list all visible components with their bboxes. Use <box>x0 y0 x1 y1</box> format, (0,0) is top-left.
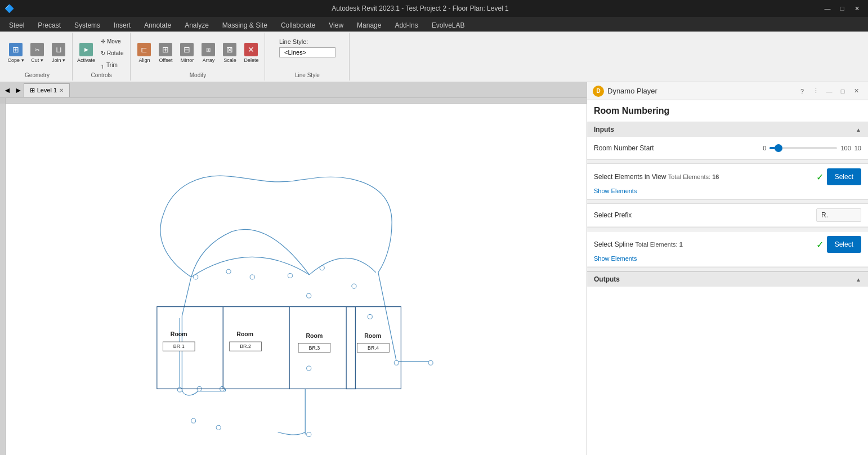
tab-insert[interactable]: Insert <box>107 19 137 32</box>
outputs-chevron: ▲ <box>856 276 861 283</box>
cope-button[interactable]: ⊞ Cope ▾ <box>6 38 26 68</box>
title-bar-controls[interactable]: — □ ✕ <box>821 3 863 14</box>
select-spline-row: Select Spline Total Elements: 1 ✓ Select… <box>587 231 868 267</box>
tab-steel[interactable]: Steel <box>2 19 31 32</box>
tab-massing[interactable]: Massing & Site <box>216 19 274 32</box>
tab-collaborate[interactable]: Collaborate <box>274 19 322 32</box>
select-prefix-row: Select Prefix R. <box>587 204 868 227</box>
scale-button[interactable]: ⊠ Scale <box>220 38 240 68</box>
select-prefix-label: Select Prefix <box>594 211 816 219</box>
maximize-button[interactable]: □ <box>835 3 849 14</box>
svg-point-8 <box>307 432 311 436</box>
linestyle-group-label: Line Style <box>295 72 320 79</box>
ribbon-group-geometry: ⊞ Cope ▾ ✂ Cut ▾ ⊔ Join ▾ Geometry <box>2 33 73 81</box>
title-bar-app-icons: 🔷 <box>5 4 14 13</box>
slider-container: 0 100 10 <box>763 145 861 151</box>
separator-3 <box>587 227 868 231</box>
array-button[interactable]: ⊞ Array <box>198 38 218 68</box>
cut-button[interactable]: ✂ Cut ▾ <box>27 38 47 68</box>
geometry-label: Geometry <box>25 72 50 79</box>
inputs-section-header[interactable]: Inputs ▲ <box>587 122 868 137</box>
select-elements-sublabel: Total Elements: 16 <box>668 173 719 180</box>
cut-icon: ✂ <box>30 43 44 56</box>
rotate-button[interactable]: ↻ Rotate <box>97 47 127 59</box>
ribbon-tabs: Steel Precast Systems Insert Annotate An… <box>0 17 868 32</box>
geometry-buttons: ⊞ Cope ▾ ✂ Cut ▾ ⊔ Join ▾ <box>6 34 69 72</box>
outputs-section-header[interactable]: Outputs ▲ <box>587 271 868 287</box>
svg-point-2 <box>288 273 292 278</box>
room-number-start-text: Room Number Start <box>594 144 654 152</box>
linestyle-select[interactable]: <Lines> <box>279 47 335 57</box>
select-prefix-text: Select Prefix <box>594 211 632 219</box>
scale-label: Scale <box>223 57 236 63</box>
select-elements-button[interactable]: Select <box>827 168 861 185</box>
svg-text:Room: Room <box>364 332 381 339</box>
slider-track[interactable] <box>769 147 837 149</box>
mirror-icon: ⊟ <box>180 43 194 56</box>
dynamo-help-button[interactable]: ? <box>796 86 808 97</box>
join-button[interactable]: ⊔ Join ▾ <box>48 38 69 68</box>
scale-icon: ⊠ <box>223 43 236 56</box>
svg-point-4 <box>352 284 356 288</box>
move-button[interactable]: ✛ Move <box>97 35 127 47</box>
offset-icon: ⊞ <box>159 43 172 56</box>
cope-icon: ⊞ <box>9 43 23 56</box>
slider-min: 0 <box>763 145 766 151</box>
trim-button[interactable]: ┐ Trim <box>97 59 127 70</box>
slider-thumb[interactable] <box>775 144 782 152</box>
delete-button[interactable]: ✕ Delete <box>241 38 261 68</box>
dynamo-maximize-button[interactable]: □ <box>836 86 849 97</box>
offset-button[interactable]: ⊞ Offset <box>155 38 176 68</box>
svg-text:BR.4: BR.4 <box>368 345 379 351</box>
tab-annotate[interactable]: Annotate <box>137 19 178 32</box>
tab-nav-left[interactable]: ◄ <box>2 84 12 96</box>
svg-point-7 <box>307 366 311 371</box>
align-button[interactable]: ⊏ Align <box>134 38 154 68</box>
inputs-chevron: ▲ <box>856 127 861 133</box>
activate-button[interactable]: ▶ Activate <box>76 38 96 68</box>
svg-text:BR.1: BR.1 <box>173 344 185 349</box>
tab-manage[interactable]: Manage <box>350 19 388 32</box>
tab-view[interactable]: View <box>322 19 350 32</box>
separator-4 <box>587 267 868 271</box>
separator-1 <box>587 159 868 164</box>
svg-text:Room: Room <box>236 331 253 337</box>
select-spline-text: Select Spline <box>594 240 633 248</box>
drawing-canvas[interactable]: Room BR.1 Room BR.2 Room BR.3 Room <box>6 104 587 455</box>
select-elements-row: Select Elements in View Total Elements: … <box>587 164 868 199</box>
tab-evolvelab[interactable]: EvolveLAB <box>425 19 472 32</box>
tab-nav-right[interactable]: ► <box>14 84 24 96</box>
tab-addins[interactable]: Add-Ins <box>388 19 424 32</box>
controls-label: Controls <box>91 72 112 79</box>
tab-systems[interactable]: Systems <box>68 19 107 32</box>
canvas-area: ◄ ► ⊞ Level 1 ✕ <box>0 82 587 455</box>
show-elements-link-2[interactable]: Show Elements <box>594 255 637 262</box>
tab-precast[interactable]: Precast <box>31 19 68 32</box>
script-name: Room Numbering <box>587 100 868 122</box>
activate-icon: ▶ <box>79 43 93 56</box>
ribbon-group-modify: ⊏ Align ⊞ Offset ⊟ Mirror ⊞ Array ⊠ Scal… <box>131 33 265 81</box>
prefix-value[interactable]: R. <box>816 208 861 222</box>
room-number-start-label: Room Number Start <box>594 144 763 152</box>
close-button[interactable]: ✕ <box>850 3 863 14</box>
separator-2 <box>587 199 868 204</box>
view-tab-level1[interactable]: ⊞ Level 1 ✕ <box>24 83 70 97</box>
svg-text:BR.3: BR.3 <box>309 345 320 351</box>
dynamo-window-controls[interactable]: ? ⋮ — □ ✕ <box>796 86 862 97</box>
outputs-label: Outputs <box>594 275 620 283</box>
tab-analyze[interactable]: Analyze <box>178 19 216 32</box>
dynamo-close-button[interactable]: ✕ <box>850 86 862 97</box>
array-icon: ⊞ <box>202 43 215 56</box>
mirror-button[interactable]: ⊟ Mirror <box>177 38 197 68</box>
dynamo-minimize-button[interactable]: — <box>823 86 835 97</box>
minimize-button[interactable]: — <box>821 3 834 14</box>
floor-plan-svg: Room BR.1 Room BR.2 Room BR.3 Room <box>6 104 587 455</box>
svg-text:Room: Room <box>171 331 187 337</box>
slider-max: 100 <box>840 145 851 151</box>
select-spline-button[interactable]: Select <box>827 236 861 253</box>
show-elements-link-1[interactable]: Show Elements <box>594 188 637 194</box>
tab-close-icon[interactable]: ✕ <box>59 87 64 93</box>
svg-text:BR.2: BR.2 <box>240 344 251 349</box>
align-icon: ⊏ <box>137 43 151 56</box>
dynamo-menu-button[interactable]: ⋮ <box>809 86 822 97</box>
